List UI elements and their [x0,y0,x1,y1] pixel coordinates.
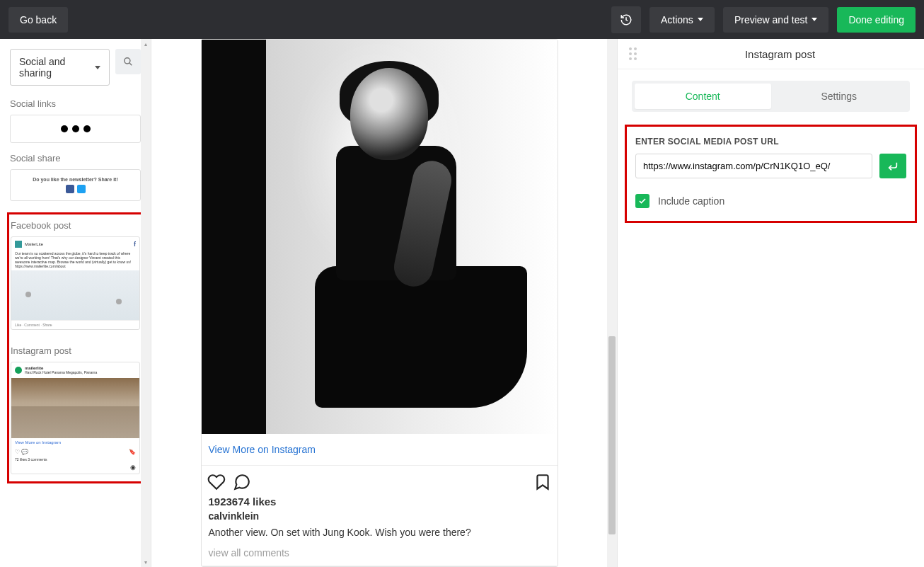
include-caption-checkbox[interactable] [635,194,649,208]
likes-count: 1923674 [209,496,250,508]
fb-map-image [11,270,139,320]
twitter-icon [77,185,86,193]
sidebar-scrollbar[interactable]: ▴ ▾ [141,39,151,567]
check-icon [638,197,647,205]
tab-content[interactable]: Content [635,84,771,109]
topbar: Go back Actions Preview and test Done ed… [0,0,924,39]
ig-preview-actions: ♡ 💬🔖 [11,447,139,457]
facebook-icon: f [134,241,136,248]
instagram-photo [202,40,558,434]
instagram-icon: ◉ [11,464,139,474]
ig-preview-loc: Hard Rock Hotel Panama Megapolis, Panama [25,370,97,374]
ig-preview-viewmore: View More on Instagram [11,438,139,447]
search-icon [123,57,133,67]
instagram-caption: Another view. On set with Jung Kook. Wis… [202,526,558,547]
fb-footer: Like · Comment · Share [11,320,139,329]
drag-handle-icon[interactable] [629,47,637,60]
comment-icon[interactable] [233,473,251,491]
sidebar-left: Social and sharing Social links Social s… [0,39,151,567]
properties-panel: Instagram post Content Settings ENTER SO… [617,39,924,567]
chevron-down-icon [95,66,100,69]
fb-page-name: MailerLite [25,242,43,246]
chevron-down-icon [698,18,703,21]
canvas: View More on Instagram 1923674 likes cal… [151,39,617,567]
fb-avatar-icon [15,241,22,248]
ig-avatar-icon [15,367,22,374]
category-dropdown[interactable]: Social and sharing [10,49,110,86]
highlighted-blocks: Facebook post MailerLite f Our team is s… [7,212,144,483]
ig-preview-header: mailerlite Hard Rock Hotel Panama Megapo… [11,362,139,378]
instagram-icon [83,125,91,132]
panel-header: Instagram post [618,39,924,69]
panel-title: Instagram post [647,48,913,60]
actions-label: Actions [661,14,693,25]
likes-row: 1923674 likes [202,496,558,510]
enter-icon [887,161,899,172]
likes-suffix: likes [253,496,276,508]
social-links-title: Social links [10,98,141,109]
preview-button[interactable]: Preview and test [723,7,829,33]
fb-preview-text: Our team is so scattered across the glob… [11,251,139,270]
main-layout: Social and sharing Social links Social s… [0,39,924,567]
tab-settings[interactable]: Settings [771,84,908,109]
view-more-link[interactable]: View More on Instagram [202,434,558,466]
instagram-post-title: Instagram post [11,345,140,356]
content-form: ENTER SOCIAL MEDIA POST URL Include capt… [625,125,917,223]
url-input[interactable] [635,154,872,178]
canvas-scrollbar[interactable] [607,39,617,567]
instagram-post-block[interactable]: mailerlite Hard Rock Hotel Panama Megapo… [11,362,140,474]
ig-preview-image [11,378,139,438]
fb-preview-header: MailerLite f [11,237,139,251]
category-label: Social and sharing [19,56,95,79]
social-share-title: Social share [10,153,141,164]
bookmark-icon[interactable] [533,473,552,491]
svg-point-0 [125,58,130,64]
scroll-up-arrow[interactable]: ▴ [141,39,151,49]
url-label: ENTER SOCIAL MEDIA POST URL [635,137,906,147]
instagram-embed[interactable]: View More on Instagram 1923674 likes cal… [201,39,558,567]
social-share-block[interactable]: Do you like the newsletter? Share it! [10,169,141,201]
twitter-icon [72,125,79,132]
go-back-button[interactable]: Go back [8,7,68,33]
preview-label: Preview and test [734,14,808,25]
facebook-icon [61,125,68,132]
facebook-icon [66,185,74,193]
svg-line-1 [129,63,132,66]
ig-preview-likes: 72 likes 3 comments [11,457,139,464]
panel-tabs: Content Settings [632,81,910,112]
instagram-action-row [202,466,558,496]
scrollbar-thumb[interactable] [608,336,616,534]
view-all-comments[interactable]: view all comments [202,547,558,566]
chevron-down-icon [812,18,817,21]
instagram-username[interactable]: calvinklein [202,510,558,526]
facebook-post-title: Facebook post [11,220,140,231]
submit-url-button[interactable] [879,154,906,178]
share-question: Do you like the newsletter? Share it! [18,177,133,182]
scroll-down-arrow[interactable]: ▾ [141,557,151,567]
history-icon [620,13,633,26]
search-button[interactable] [115,49,141,74]
facebook-post-block[interactable]: MailerLite f Our team is so scattered ac… [11,236,140,330]
social-links-block[interactable] [10,115,141,143]
sidebar-scroll: Social and sharing Social links Social s… [0,39,151,567]
history-button[interactable] [611,6,641,33]
done-editing-button[interactable]: Done editing [837,7,916,33]
heart-icon[interactable] [207,473,226,491]
actions-button[interactable]: Actions [649,7,715,33]
include-caption-label: Include caption [658,195,724,207]
